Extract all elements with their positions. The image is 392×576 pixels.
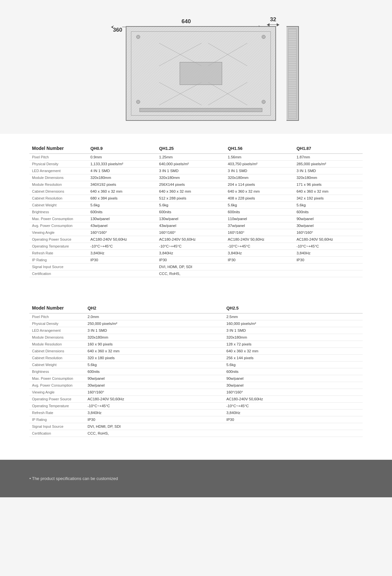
table1-row-label-0: Pixel Pitch [29, 154, 88, 161]
table1-row-11: Viewing Angle160°/160°160°/160°160°/160°… [29, 229, 363, 236]
table1-cell-7-0: 5.6kg [88, 202, 156, 209]
table1-cell-16-2 [225, 264, 294, 270]
table1-cell-0-0: 0.9mm [88, 154, 156, 161]
table1-cell-4-0: 340X192 pixels [88, 181, 156, 188]
table1-cell-8-0: 600nits [88, 209, 156, 216]
table1-cell-2-2: 3 IN 1 SMD [225, 168, 294, 174]
table1-cell-6-3: 342 x 192 pixels [294, 195, 363, 202]
table2-row-label-8: Brightness [29, 368, 85, 375]
table1-cell-0-3: 1.87mm [294, 154, 363, 161]
table1-cell-14-1: 3,840Hz [156, 250, 225, 257]
table2-row-12: Operating Power SourceAC180-240V 50,60Hz… [29, 396, 363, 403]
table1-cell-13-0: -10°C~+45°C [88, 243, 156, 250]
table1-cell-6-0: 680 x 384 pixels [88, 195, 156, 202]
table1-row-label-6: Cabinet Resolution [29, 195, 88, 202]
table2-cell-3-2: 320x180mm [224, 334, 363, 341]
table1-cell-1-2: 403,750 pixels/m² [225, 161, 294, 168]
table1-cell-11-3: 160°/160° [294, 229, 363, 236]
table2-row-8: Brightness600nits600nits [29, 368, 363, 375]
table1-cell-13-2: -10°C~+45°C [225, 243, 294, 250]
table2-cell-7-0: 5.6kg [85, 361, 224, 368]
table1-cell-5-1: 640 x 360 x 32 mm [156, 188, 225, 195]
table1-row-13: Operating Temperature-10°C~+45°C-10°C~+4… [29, 243, 363, 250]
table1-row-0: Pixel Pitch0.9mm1.25mm1.56mm1.87mm [29, 154, 363, 161]
table1-cell-3-0: 320x180mm [88, 174, 156, 181]
table1-cell-17-3 [294, 270, 363, 277]
table2-row-15: IP RatingIP30IP30 [29, 416, 363, 423]
table1-col3-header: QH1.56 [225, 144, 294, 154]
spacer1 [0, 131, 392, 134]
table2-cell-5-0: 640 x 360 x 32 mm [85, 348, 224, 355]
table1-cell-15-3: IP30 [294, 257, 363, 264]
section-gap [0, 284, 392, 294]
table2-row-7: Cabinet Weight5.6kg5.6kg [29, 361, 363, 368]
table2-cell-5-2: 640 x 360 x 32 mm [224, 348, 363, 355]
table1-header-row: Model Number QH0.9 QH1.25 QH1.56 QH1.87 [29, 144, 363, 154]
table1-col1-header: QH0.9 [88, 144, 156, 154]
table1-row-3: Module Dimensions320x180mm320x180mm320x1… [29, 174, 363, 181]
depth-dimension-label: 32 [270, 16, 276, 23]
table2-row-label-17: Certification [29, 430, 85, 437]
table2-cell-12-0: AC180-240V 50,60Hz [85, 396, 224, 403]
table2-cell-15-0: IP30 [85, 416, 224, 423]
table1-cell-14-0: 3,840Hz [88, 250, 156, 257]
table1-cell-3-3: 320x180mm [294, 174, 363, 181]
spec-table-1: Model Number QH0.9 QH1.25 QH1.56 QH1.87 … [29, 144, 363, 277]
table1-cell-7-2: 5.6kg [225, 202, 294, 209]
pre-footer-gap [0, 443, 392, 460]
table2-row-label-3: Module Dimensions [29, 334, 85, 341]
table1-row-15: IP RatingIP30IP30IP30IP30 [29, 257, 363, 264]
table2-cell-9-2: 90w/panel [224, 375, 363, 382]
footer-note-text: The product specifications can be custom… [32, 476, 118, 481]
table1-cell-5-3: 640 x 360 x 32 mm [294, 188, 363, 195]
table1-cell-11-1: 160°/160° [156, 229, 225, 236]
table1-cell-2-0: 4 IN 1 SMD [88, 168, 156, 174]
table1-cell-2-3: 3 IN 1 SMD [294, 168, 363, 174]
table1-row-label-16: Signal Input Source [29, 264, 88, 270]
table2-cell-10-2: 30w/panel [224, 382, 363, 389]
table2-cell-6-2: 256 x 144 pixels [224, 355, 363, 361]
table1-row-label-17: Certification [29, 270, 88, 277]
table1-cell-15-2: IP30 [225, 257, 294, 264]
table1-row-label-1: Physical Density [29, 161, 88, 168]
table1-row-label-11: Viewing Angle [29, 229, 88, 236]
table2-row-4: Module Resolution160 x 90 pixels128 x 72… [29, 341, 363, 348]
table1-cell-12-0: AC180-240V 50,60Hz [88, 236, 156, 243]
table1-cell-10-0: 43w/panel [88, 222, 156, 229]
table1-cell-0-2: 1.56mm [225, 154, 294, 161]
table1-cell-1-0: 1,133,333 pixels/m² [88, 161, 156, 168]
table1-cell-17-2 [225, 270, 294, 277]
table1-row-label-8: Brightness [29, 209, 88, 216]
table2-row-0: Pixel Pitch2.0mm2.5mm [29, 313, 363, 320]
table1-row-label-7: Cabinet Weight [29, 202, 88, 209]
table1-row-8: Brightness600nits600nits600nits600nits [29, 209, 363, 216]
table1-cell-16-3 [294, 264, 363, 270]
table2-cell-9-0: 90w/panel [85, 375, 224, 382]
table1-cell-0-1: 1.25mm [156, 154, 225, 161]
table1-cell-14-2: 3,840Hz [225, 250, 294, 257]
table1-cell-11-2: 160°/160° [225, 229, 294, 236]
table1-cell-16-1: DVI, HDMI, DP, SDI [156, 264, 225, 270]
table2-cell-11-2: 160°/160° [224, 389, 363, 396]
table2-col1-header: QH2 [85, 303, 224, 313]
table1-row-label-3: Module Dimensions [29, 174, 88, 181]
table1-cell-9-0: 130w/panel [88, 216, 156, 222]
table2-cell-14-2: 3,840Hz [224, 409, 363, 416]
table1-row-label-15: IP Rating [29, 257, 88, 264]
table1-cell-1-1: 640,000 pixels/m² [156, 161, 225, 168]
table2-row-17: CertificationCCC, RoHS, [29, 430, 363, 437]
table1-row-label-12: Operating Power Source [29, 236, 88, 243]
table2-row-14: Refresh Rate3,840Hz3,840Hz [29, 409, 363, 416]
table2-cell-2-0: 3 IN 1 SMD [85, 327, 224, 334]
table2-row-6: Cabinet Resolution320 x 180 pixels256 x … [29, 355, 363, 361]
table2-cell-16-2 [224, 423, 363, 430]
table2-row-10: Avg. Power Consumption30w/panel30w/panel [29, 382, 363, 389]
table2-cell-6-0: 320 x 180 pixels [85, 355, 224, 361]
drawing-area: 640 32 [111, 16, 281, 121]
table1-col4-header: QH1.87 [294, 144, 363, 154]
table2-row-label-6: Cabinet Resolution [29, 355, 85, 361]
table2-cell-8-2: 600nits [224, 368, 363, 375]
table2-cell-1-0: 250,000 pixels/m² [85, 320, 224, 327]
table2-row-label-16: Signal Input Source [29, 423, 85, 430]
table1-cell-5-2: 640 x 360 x 32 mm [225, 188, 294, 195]
